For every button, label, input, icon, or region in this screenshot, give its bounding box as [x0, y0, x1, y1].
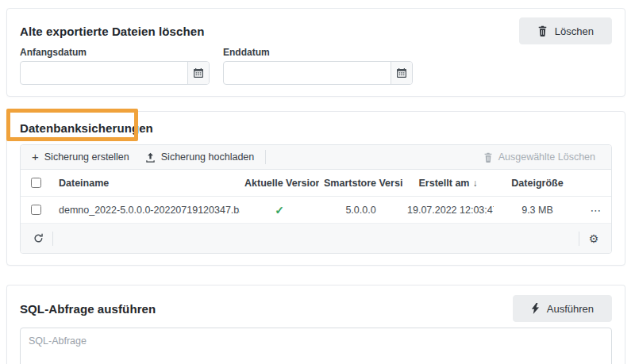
column-header-current-version[interactable]: Aktuelle Version [240, 178, 319, 189]
end-date-input-group [223, 61, 413, 85]
gear-icon: ⚙ [589, 232, 599, 245]
backups-toolbar: + Sicherung erstellen Sicherung hochlade… [21, 145, 611, 170]
database-backups-section: Datenbanksicherungen + Sicherung erstell… [6, 111, 625, 266]
lightning-bolt-icon [531, 303, 540, 314]
end-date-input[interactable] [224, 62, 391, 84]
end-date-calendar-button[interactable] [391, 62, 412, 84]
plus-icon: + [32, 151, 39, 163]
column-header-created-at[interactable]: Erstellt am↓ [402, 178, 494, 189]
create-backup-label: Sicherung erstellen [44, 151, 129, 163]
upload-icon [145, 152, 156, 163]
row-checkbox[interactable] [31, 205, 41, 215]
select-all-cell [21, 178, 51, 188]
row-current-version-cell: ✓ [240, 204, 319, 216]
sort-desc-icon: ↓ [472, 178, 477, 189]
start-date-field: Anfangsdatum [20, 47, 210, 85]
admin-maintenance-page: Alte exportierte Dateien löschen Löschen… [0, 0, 635, 364]
backups-table-header: Dateiname Aktuelle Version Smartstore Ve… [21, 170, 611, 197]
run-sql-button[interactable]: Ausführen [513, 295, 612, 322]
row-created-at: 19.07.2022 12:03:47 [402, 205, 494, 216]
check-icon: ✓ [275, 204, 284, 216]
row-file-size: 9.3 MB [494, 205, 581, 216]
start-date-label: Anfangsdatum [20, 47, 210, 58]
sql-section-title: SQL-Abfrage ausführen [20, 302, 156, 316]
upload-backup-button[interactable]: Sicherung hochladen [137, 145, 262, 169]
start-date-input-group [20, 61, 210, 85]
sql-query-input[interactable] [20, 328, 612, 364]
calendar-icon [194, 68, 203, 78]
date-range-fields: Anfangsdatum Enddatum [20, 47, 612, 85]
select-all-checkbox[interactable] [31, 178, 41, 188]
sql-query-section: SQL-Abfrage ausführen Ausführen [6, 285, 625, 364]
start-date-input[interactable] [21, 62, 187, 84]
export-files-section: Alte exportierte Dateien löschen Löschen… [6, 8, 625, 97]
row-menu-button[interactable]: ⋯ [587, 203, 606, 217]
export-section-title: Alte exportierte Dateien löschen [20, 25, 204, 38]
trash-icon [483, 152, 493, 163]
backups-table: + Sicherung erstellen Sicherung hochlade… [20, 144, 612, 254]
create-backup-button[interactable]: + Sicherung erstellen [24, 145, 137, 169]
calendar-icon [397, 68, 406, 78]
backup-table-row: demno_2022-5.0.0.0-20220719120347.bak ✓ … [21, 197, 611, 224]
row-filename: demno_2022-5.0.0.0-20220719120347.bak [51, 205, 240, 216]
toolbar-divider [265, 150, 266, 164]
trash-icon [537, 25, 548, 36]
backups-table-footer: ⚙ [21, 224, 611, 253]
delete-selected-label: Ausgewählte Löschen [498, 151, 595, 163]
delete-exported-files-button[interactable]: Löschen [519, 17, 612, 44]
backups-section-title: Datenbanksicherungen [20, 121, 612, 135]
refresh-icon [33, 233, 44, 243]
row-actions-cell: ⋯ [581, 203, 611, 217]
delete-exported-files-label: Löschen [555, 25, 594, 37]
end-date-field: Enddatum [223, 47, 413, 85]
column-header-smartstore-version[interactable]: Smartstore Versi...↓ [319, 178, 402, 189]
delete-selected-button[interactable]: Ausgewählte Löschen [475, 145, 603, 169]
start-date-calendar-button[interactable] [187, 62, 209, 84]
export-section-header: Alte exportierte Dateien löschen Löschen [20, 17, 612, 44]
column-header-file-size[interactable]: Dateigröße [494, 178, 581, 189]
run-sql-label: Ausführen [547, 303, 594, 315]
grid-settings-button[interactable]: ⚙ [583, 228, 605, 249]
upload-backup-label: Sicherung hochladen [161, 151, 254, 163]
ellipsis-icon: ⋯ [591, 204, 602, 216]
footer-divider [579, 232, 579, 246]
end-date-label: Enddatum [223, 47, 413, 58]
sql-section-header: SQL-Abfrage ausführen Ausführen [20, 295, 612, 322]
row-select-cell [21, 205, 51, 215]
refresh-button[interactable] [27, 228, 49, 249]
footer-divider [52, 232, 53, 246]
row-smartstore-version: 5.0.0.0 [319, 205, 402, 216]
column-header-filename[interactable]: Dateiname [51, 178, 240, 189]
